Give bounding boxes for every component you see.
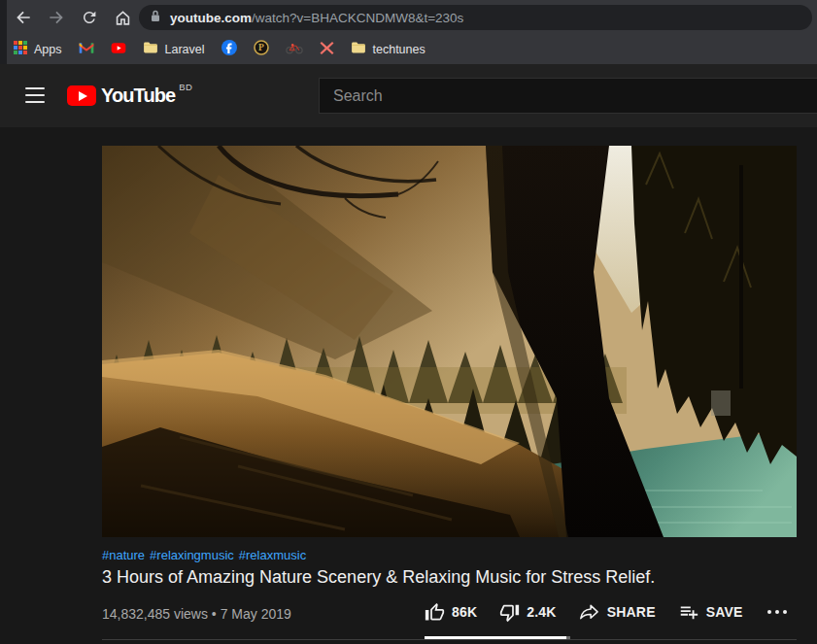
like-ratio-fill [425, 636, 566, 639]
hashtag-links: #nature#relaxingmusic#relaxmusic [102, 548, 311, 562]
bookmark-label: Apps [34, 43, 62, 56]
apps-grid-icon [14, 41, 27, 58]
bookmark-facebook[interactable] [221, 40, 237, 59]
folder-icon [143, 41, 158, 58]
x-logo-icon [320, 41, 334, 59]
save-icon [678, 601, 699, 623]
bookmarks-bar: Apps Laravel P [0, 35, 817, 64]
menu-icon[interactable] [25, 87, 45, 103]
thumbs-down-icon [499, 602, 520, 623]
bookmark-label: techtunes [373, 43, 426, 56]
url-path: /watch?v=BHACKCNDMW8&t=230s [252, 11, 463, 25]
bookmark-gmail[interactable] [79, 41, 94, 58]
more-icon[interactable] [766, 604, 789, 620]
facebook-icon [221, 40, 237, 59]
dislike-count: 2.4K [527, 604, 556, 620]
like-count: 86K [452, 604, 477, 620]
hashtag-link[interactable]: #nature [102, 548, 145, 562]
video-title: 3 Hours of Amazing Nature Scenery & Rela… [102, 567, 655, 588]
bookmark-bike[interactable] [286, 41, 303, 58]
p-badge-icon: P [254, 40, 269, 59]
bike-icon [286, 41, 303, 58]
thumbs-up-icon [425, 602, 445, 623]
save-label: SAVE [706, 604, 743, 620]
video-player[interactable] [102, 146, 797, 537]
youtube-wordmark: YouTube [101, 84, 175, 108]
bookmark-youtube[interactable] [111, 41, 126, 58]
back-icon[interactable] [12, 6, 35, 29]
hashtag-link[interactable]: #relaxmusic [239, 548, 306, 562]
forward-icon[interactable] [45, 6, 68, 29]
search-input[interactable] [320, 79, 817, 113]
video-scene [102, 146, 797, 537]
save-button[interactable]: SAVE [678, 601, 743, 623]
share-button[interactable]: SHARE [579, 601, 656, 623]
home-icon[interactable] [111, 6, 134, 29]
window-edge [0, 0, 7, 64]
bookmark-label: Laravel [165, 43, 205, 56]
youtube-bookmark-icon [111, 41, 126, 58]
youtube-country-badge: BD [179, 82, 192, 92]
video-stats: 14,832,485 views • 7 May 2019 [102, 606, 291, 622]
youtube-logo[interactable]: YouTube BD [67, 84, 192, 108]
bookmark-techtunes-folder[interactable]: techtunes [351, 41, 426, 58]
bookmark-apps[interactable]: Apps [14, 41, 62, 58]
folder-icon [351, 41, 366, 58]
gmail-icon [79, 41, 94, 58]
bookmark-x-logo[interactable] [320, 41, 334, 59]
like-ratio-bar [425, 636, 570, 639]
svg-text:P: P [258, 43, 264, 52]
search-box [319, 78, 817, 114]
hashtag-link[interactable]: #relaxingmusic [150, 548, 234, 562]
lock-icon [150, 10, 161, 26]
video-actions: 86K 2.4K SHARE SAVE [425, 601, 789, 623]
share-label: SHARE [607, 604, 656, 620]
share-icon [579, 601, 600, 623]
bookmark-p-badge[interactable]: P [254, 40, 269, 59]
youtube-logo-icon [67, 85, 96, 106]
refresh-icon[interactable] [78, 6, 101, 29]
url-host: youtube.com [170, 11, 252, 25]
dislike-button[interactable]: 2.4K [499, 602, 556, 623]
browser-toolbar: youtube.com/watch?v=BHACKCNDMW8&t=230s [0, 0, 817, 35]
like-button[interactable]: 86K [425, 602, 477, 623]
section-divider [102, 639, 797, 640]
youtube-header: YouTube BD [0, 64, 817, 127]
bookmark-laravel-folder[interactable]: Laravel [143, 41, 205, 58]
address-bar[interactable]: youtube.com/watch?v=BHACKCNDMW8&t=230s [139, 5, 812, 30]
